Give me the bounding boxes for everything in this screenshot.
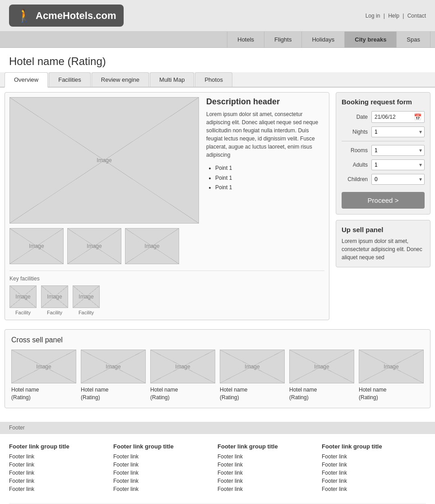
thumb-2[interactable]: Image [67, 228, 121, 264]
tab-review-engine[interactable]: Review engine [92, 72, 149, 87]
cross-sell-image-1: Image [11, 350, 76, 383]
tab-photos[interactable]: Photos [195, 72, 232, 87]
tabs: Overview Facilities Review engine Multi … [0, 72, 435, 88]
booking-form: Booking request form Date 21/06/12 📅 Nig… [336, 92, 430, 215]
footer-col3-link2[interactable]: Footer link [218, 462, 317, 468]
nights-label: Nights [342, 129, 368, 135]
adults-label: Adults [342, 162, 368, 168]
facilities-row: Image Facility Image Facility Image [9, 285, 324, 315]
children-row: Children 0123 [342, 174, 425, 185]
bullet-2: Point 1 [215, 173, 324, 183]
rooms-label: Rooms [342, 147, 368, 154]
footer-col1-link5[interactable]: Footer link [9, 486, 109, 492]
upsell-title: Up sell panel [342, 226, 425, 233]
nav: Hotels Flights Holidays City breaks Spas [0, 32, 435, 48]
key-facilities-title: Key facilities [9, 275, 324, 282]
children-select-wrapper: 0123 [371, 174, 425, 185]
footer-col3-link1[interactable]: Footer link [218, 453, 317, 460]
footer-col2-link4[interactable]: Footer link [113, 478, 213, 484]
desc-section: Image Image Image Image [9, 97, 324, 264]
facility-label-3: Facility [79, 310, 94, 315]
main-image: Image [9, 97, 199, 224]
children-label: Children [342, 176, 368, 182]
footer-columns: Footer link group title Footer link Foot… [9, 443, 426, 494]
cross-sell-item-3[interactable]: Image Hotel name(Rating) [150, 350, 215, 401]
cross-sell-image-6: Image [359, 350, 424, 383]
facility-image-3: Image [73, 285, 100, 308]
contact-link[interactable]: Contact [407, 13, 426, 19]
nav-item-holidays[interactable]: Holidays [302, 32, 345, 47]
footer-col4-link1[interactable]: Footer link [322, 453, 421, 460]
nav-item-hotels[interactable]: Hotels [227, 32, 264, 47]
nav-item-city-breaks[interactable]: City breaks [345, 32, 397, 47]
main-content: Image Image Image Image [0, 88, 435, 325]
nights-select[interactable]: 123457 [371, 126, 425, 137]
booking-form-title: Booking request form [342, 98, 425, 106]
facility-3: Image Facility [73, 285, 100, 315]
cross-sell-name-1: Hotel name(Rating) [11, 386, 76, 401]
footer-col4-link4[interactable]: Footer link [322, 478, 421, 484]
date-label: Date [342, 114, 368, 120]
adults-select[interactable]: 1234 [371, 159, 425, 170]
footer-col1-link2[interactable]: Footer link [9, 462, 109, 468]
cross-sell-image-3: Image [150, 350, 215, 383]
nights-select-wrapper: 123457 [371, 126, 425, 137]
footer-col-title-4: Footer link group title [322, 443, 421, 450]
proceed-button[interactable]: Proceed > [342, 192, 425, 209]
thumb-row: Image Image Image [9, 228, 199, 264]
nav-item-flights[interactable]: Flights [264, 32, 302, 47]
children-select[interactable]: 0123 [371, 174, 425, 185]
footer-col2-link2[interactable]: Footer link [113, 462, 213, 468]
cross-sell-item-4[interactable]: Image Hotel name(Rating) [220, 350, 285, 401]
footer-col4-link2[interactable]: Footer link [322, 462, 421, 468]
footer-label: Footer [9, 425, 25, 431]
tab-overview[interactable]: Overview [5, 72, 48, 88]
footer-col1-link4[interactable]: Footer link [9, 478, 109, 484]
footer-col4-link3[interactable]: Footer link [322, 470, 421, 476]
cross-sell-item-2[interactable]: Image Hotel name(Rating) [81, 350, 146, 401]
date-input[interactable]: 21/06/12 📅 [371, 111, 425, 123]
thumb-3[interactable]: Image [125, 228, 179, 264]
footer-col4-link5[interactable]: Footer link [322, 486, 421, 492]
form-divider-1 [342, 141, 425, 141]
upsell-text: Lorem ipsum dolor sit amet, consectetur … [342, 237, 425, 261]
rooms-row: Rooms 1234 [342, 145, 425, 156]
facility-label-1: Facility [15, 310, 31, 315]
cross-sell-items: Image Hotel name(Rating) Image Hotel nam… [11, 350, 424, 401]
footer-col3-link3[interactable]: Footer link [218, 470, 317, 476]
right-panel: Booking request form Date 21/06/12 📅 Nig… [336, 92, 430, 320]
cross-sell-image-5: Image [289, 350, 354, 383]
footer-col2-link3[interactable]: Footer link [113, 470, 213, 476]
cross-sell-image-4: Image [220, 350, 285, 383]
footer-col-4: Footer link group title Footer link Foot… [322, 443, 426, 494]
top-links: Log in | Help | Contact [366, 13, 426, 19]
nav-item-spas[interactable]: Spas [397, 32, 430, 47]
footer-col-title-2: Footer link group title [113, 443, 213, 450]
facility-image-2: Image [41, 285, 68, 308]
date-value: 21/06/12 [375, 114, 396, 120]
tab-facilities[interactable]: Facilities [49, 72, 91, 87]
rooms-select[interactable]: 1234 [371, 145, 425, 156]
cross-sell-item-6[interactable]: Image Hotel name(Rating) [359, 350, 424, 401]
footer-col1-link3[interactable]: Footer link [9, 470, 109, 476]
cross-sell-item-5[interactable]: Image Hotel name(Rating) [289, 350, 354, 401]
login-link[interactable]: Log in [366, 13, 380, 19]
calendar-icon[interactable]: 📅 [414, 113, 421, 121]
thumb-1[interactable]: Image [9, 228, 64, 264]
footer-col2-link5[interactable]: Footer link [113, 486, 213, 492]
footer-col2-link1[interactable]: Footer link [113, 453, 213, 460]
help-link[interactable]: Help [388, 13, 399, 19]
header: 🚶 AcmeHotels.com Log in | Help | Contact [0, 0, 435, 32]
cross-sell-item-1[interactable]: Image Hotel name(Rating) [11, 350, 76, 401]
bullet-1: Point 1 [215, 163, 324, 173]
cross-sell-name-6: Hotel name(Rating) [359, 386, 424, 401]
footer-col1-link1[interactable]: Footer link [9, 453, 109, 460]
footer: Footer link group title Footer link Foot… [0, 434, 435, 504]
adults-row: Adults 1234 [342, 159, 425, 170]
upsell-panel: Up sell panel Lorem ipsum dolor sit amet… [336, 220, 430, 267]
tab-multi-map[interactable]: Multi Map [150, 72, 194, 87]
cross-sell-name-4: Hotel name(Rating) [220, 386, 285, 401]
footer-col3-link5[interactable]: Footer link [218, 486, 317, 492]
logo-box: 🚶 AcmeHotels.com [9, 5, 124, 27]
footer-col3-link4[interactable]: Footer link [218, 478, 317, 484]
